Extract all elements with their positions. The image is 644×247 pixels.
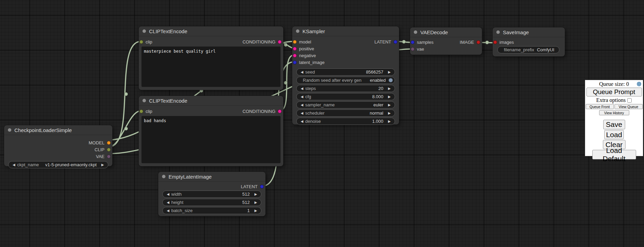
widget-value: 512	[242, 192, 250, 197]
node-collapse-dot[interactable]	[162, 175, 165, 178]
output-dot-conditioning[interactable]	[278, 40, 282, 44]
input-label-latent-image: latent_image	[299, 60, 324, 65]
input-dot-positive[interactable]	[293, 47, 297, 51]
view-history-button[interactable]: View History	[599, 110, 629, 115]
left-arrow-icon[interactable]: ◀	[165, 193, 171, 196]
right-arrow-icon[interactable]: ▶	[387, 87, 392, 90]
widget-value: ComfyUI	[537, 47, 554, 52]
node-title: SaveImage	[503, 29, 529, 35]
left-arrow-icon[interactable]: ◀	[299, 112, 305, 115]
node-collapse-dot[interactable]	[414, 30, 417, 34]
right-arrow-icon[interactable]: ▶	[253, 209, 258, 212]
output-dot-model[interactable]	[107, 141, 111, 145]
output-dot-clip[interactable]	[107, 148, 111, 152]
node-header[interactable]: EmptyLatentImage	[158, 172, 265, 182]
right-arrow-icon[interactable]: ▶	[387, 70, 392, 74]
node-collapse-dot[interactable]	[8, 128, 11, 132]
output-dot-vae[interactable]	[107, 155, 111, 158]
node-collapse-dot[interactable]	[143, 99, 146, 102]
left-arrow-icon[interactable]: ◀	[299, 95, 305, 99]
right-arrow-icon[interactable]: ▶	[387, 103, 392, 107]
save-button[interactable]: Save	[603, 120, 625, 129]
right-arrow-icon[interactable]: ▶	[253, 193, 258, 196]
right-arrow-icon[interactable]: ▶	[100, 163, 105, 167]
positive-prompt-textarea[interactable]: masterpiece best quality girl	[141, 47, 281, 87]
widget-random-seed-toggle[interactable]: Random seed after every gen enabled	[296, 77, 395, 84]
node-header[interactable]: CheckpointLoaderSimple	[4, 125, 112, 135]
node-header[interactable]: CLIPTextEncode	[139, 96, 283, 106]
node-save-image[interactable]: SaveImage images filename_prefix ComfyUI	[493, 27, 565, 56]
toggle-circle-icon[interactable]	[388, 78, 393, 82]
node-collapse-dot[interactable]	[143, 29, 146, 33]
widget-label: batch_size	[171, 208, 193, 213]
widget-filename-prefix[interactable]: filename_prefix ComfyUI	[497, 46, 559, 53]
node-ksampler[interactable]: KSampler model LATENT positive negative …	[292, 26, 399, 125]
input-dot-clip[interactable]	[139, 109, 143, 113]
widget-seed[interactable]: ◀ seed 8566257 ▶	[296, 68, 395, 76]
right-arrow-icon[interactable]: ▶	[253, 201, 258, 204]
extra-options-checkbox[interactable]	[627, 98, 632, 103]
output-dot-conditioning[interactable]	[278, 109, 282, 113]
widget-scheduler[interactable]: ◀ scheduler normal ▶	[296, 109, 395, 117]
input-dot-vae[interactable]	[411, 47, 414, 51]
left-arrow-icon[interactable]: ◀	[299, 70, 305, 74]
link-midpoint-dot	[124, 127, 128, 130]
widget-label: cfg	[305, 94, 311, 99]
node-collapse-dot[interactable]	[496, 30, 500, 34]
input-label-images: images	[499, 40, 514, 45]
right-arrow-icon[interactable]: ▶	[387, 120, 392, 123]
node-clip-text-encode-negative[interactable]: CLIPTextEncode clip CONDITIONING bad han…	[139, 96, 283, 166]
input-dot-clip[interactable]	[139, 40, 143, 44]
output-label-latent: LATENT	[241, 184, 258, 189]
input-dot-latent-image[interactable]	[293, 61, 297, 64]
node-vae-decode[interactable]: VAEDecode samples IMAGE vae	[410, 27, 482, 55]
node-header[interactable]: CLIPTextEncode	[139, 26, 283, 36]
node-title: EmptyLatentImage	[169, 174, 212, 180]
queue-prompt-button[interactable]: Queue Prompt	[586, 88, 642, 96]
widget-height[interactable]: ◀ height 512 ▶	[162, 199, 261, 206]
widget-batch-size[interactable]: ◀ batch_size 1 ▶	[162, 207, 261, 214]
input-dot-samples[interactable]	[411, 40, 414, 44]
widget-steps[interactable]: ◀ steps 20 ▶	[296, 85, 395, 92]
output-dot-latent[interactable]	[260, 185, 264, 188]
output-dot-latent[interactable]	[394, 40, 397, 44]
node-header[interactable]: SaveImage	[493, 27, 565, 37]
queue-front-button[interactable]: Queue Front	[586, 104, 614, 109]
widget-cfg[interactable]: ◀ cfg 8.000 ▶	[296, 93, 395, 100]
widget-width[interactable]: ◀ width 512 ▶	[162, 191, 261, 198]
node-checkpoint-loader[interactable]: CheckpointLoaderSimple MODEL CLIP VAE ◀ …	[4, 125, 112, 166]
left-arrow-icon[interactable]: ◀	[165, 201, 171, 204]
node-title: CLIPTextEncode	[149, 28, 187, 34]
right-arrow-icon[interactable]: ▶	[387, 112, 392, 115]
left-arrow-icon[interactable]: ◀	[299, 103, 305, 107]
negative-prompt-textarea[interactable]: bad hands	[141, 116, 281, 163]
node-header[interactable]: VAEDecode	[410, 27, 482, 37]
gear-icon[interactable]	[636, 81, 642, 87]
left-arrow-icon[interactable]: ◀	[299, 87, 305, 90]
output-dot-image[interactable]	[476, 40, 480, 44]
node-empty-latent-image[interactable]: EmptyLatentImage LATENT ◀ width 512 ▶ ◀ …	[158, 172, 265, 216]
widget-ckpt-name[interactable]: ◀ ckpt_name v1-5-pruned-emaonly.ckpt ▶	[8, 161, 108, 168]
node-header[interactable]: KSampler	[292, 26, 399, 36]
link-midpoint-dot	[402, 40, 406, 43]
output-label-image: IMAGE	[460, 40, 474, 45]
node-graph-canvas[interactable]: CheckpointLoaderSimple MODEL CLIP VAE ◀ …	[0, 0, 644, 247]
widget-label: sampler_name	[305, 102, 335, 107]
input-dot-negative[interactable]	[293, 54, 297, 57]
load-default-button[interactable]: Load Default	[592, 150, 636, 159]
extra-options-label: Extra options	[596, 97, 626, 103]
input-dot-model[interactable]	[293, 40, 297, 44]
node-clip-text-encode-positive[interactable]: CLIPTextEncode clip CONDITIONING masterp…	[139, 26, 283, 90]
right-arrow-icon[interactable]: ▶	[387, 95, 392, 99]
node-collapse-dot[interactable]	[296, 29, 299, 33]
input-label-samples: samples	[417, 40, 433, 45]
view-queue-button[interactable]: View Queue	[615, 104, 643, 109]
widget-denoise[interactable]: ◀ denoise 1.000 ▶	[296, 118, 395, 125]
left-arrow-icon[interactable]: ◀	[165, 209, 171, 212]
left-arrow-icon[interactable]: ◀	[11, 163, 16, 167]
load-button[interactable]: Load	[604, 130, 624, 139]
left-arrow-icon[interactable]: ◀	[299, 120, 305, 123]
input-dot-images[interactable]	[493, 40, 497, 44]
input-label-clip: clip	[146, 39, 152, 44]
widget-sampler-name[interactable]: ◀ sampler_name euler ▶	[296, 101, 395, 108]
